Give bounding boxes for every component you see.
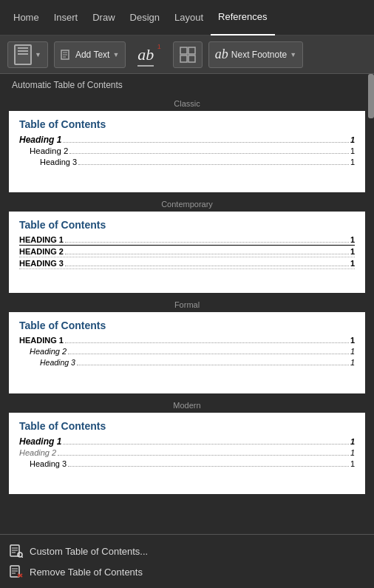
formal-h1-dots [65, 342, 349, 343]
modern-h3-row: Heading 3 1 [30, 459, 355, 469]
formal-h3-page: 1 [350, 358, 355, 367]
nav-draw[interactable]: Draw [85, 0, 122, 36]
contemporary-h2-row: HEADING 2 1 [19, 247, 355, 257]
modern-toc-title: Table of Contents [19, 420, 355, 432]
formal-h2-row: Heading 2 1 [30, 347, 355, 356]
formal-h1-page: 1 [350, 336, 355, 345]
formal-h2-text: Heading 2 [30, 347, 67, 356]
remove-toc-label: Remove Table of Contents [30, 567, 143, 578]
modern-h1-row: Heading 1 1 [19, 436, 355, 447]
ab-badge: 1 [157, 43, 161, 50]
modern-card[interactable]: Table of Contents Heading 1 1 Heading 2 … [9, 413, 365, 494]
modern-h3-text: Heading 3 [30, 459, 67, 468]
toolbar: ▼ Add Text ▼ ab 1 ab Next Footnote ▼ [0, 36, 374, 74]
classic-h2-text: Heading 2 [30, 146, 68, 155]
formal-h2-page: 1 [350, 347, 355, 356]
formal-h3-row: Heading 3 1 [40, 358, 355, 368]
modern-h2-dots [58, 455, 349, 456]
nav-insert[interactable]: Insert [47, 0, 86, 36]
modern-h2-page: 1 [350, 448, 355, 457]
panel-title: Automatic Table of Contents [0, 74, 374, 95]
contemporary-h1-dots [65, 242, 349, 243]
formal-toc-title: Table of Contents [19, 320, 355, 331]
classic-h1-row: Heading 1 1 [19, 135, 355, 145]
contemporary-h2-page: 1 [350, 247, 355, 256]
add-text-icon [61, 49, 72, 61]
doc-dropdown-button[interactable]: ▼ [7, 41, 48, 68]
doc-icon [14, 44, 32, 65]
next-footnote-chevron-icon: ▼ [290, 51, 296, 58]
classic-label: Classic [0, 95, 374, 111]
next-footnote-button[interactable]: ab Next Footnote ▼ [208, 41, 303, 68]
classic-card[interactable]: Table of Contents Heading 1 1 Heading 2 … [9, 111, 365, 192]
classic-toc-title: Table of Contents [19, 118, 355, 130]
contemporary-h2-dots [65, 254, 349, 254]
svg-rect-6 [180, 55, 187, 62]
classic-h2-row: Heading 2 1 [30, 146, 355, 156]
modern-h2-row: Heading 2 1 [19, 448, 355, 458]
modern-h1-dots [63, 444, 349, 445]
contemporary-h3-page: 1 [350, 259, 355, 268]
ab-sample: ab 1 [132, 45, 166, 64]
contemporary-h1-page: 1 [350, 235, 355, 244]
footnote-ab-text: ab [215, 47, 228, 62]
remove-toc-action[interactable]: Remove Table of Contents [9, 561, 365, 582]
svg-rect-7 [188, 55, 195, 62]
classic-h1-dots [63, 142, 349, 143]
classic-h3-text: Heading 3 [40, 158, 77, 166]
modern-label: Modern [0, 396, 374, 413]
classic-h3-dots [78, 164, 349, 165]
modern-h3-dots [68, 466, 349, 467]
formal-h1-text: HEADING 1 [19, 336, 64, 345]
classic-h2-page: 1 [350, 146, 355, 155]
contemporary-card[interactable]: Table of Contents HEADING 1 1 HEADING 2 … [9, 212, 365, 293]
formal-h3-dots [77, 365, 349, 365]
modern-h2-text: Heading 2 [19, 448, 56, 457]
contemporary-toc-title: Table of Contents [19, 219, 355, 231]
add-text-chevron-icon: ▼ [112, 51, 119, 58]
classic-h2-dots [69, 153, 348, 154]
remove-toc-icon [9, 564, 24, 579]
contemporary-h1-row: HEADING 1 1 [19, 235, 355, 246]
ab-text: ab [137, 45, 154, 67]
classic-h3-page: 1 [350, 158, 355, 166]
classic-h3-row: Heading 3 1 [40, 158, 355, 167]
doc-chevron-icon: ▼ [35, 51, 41, 58]
custom-toc-label: Custom Table of Contents... [30, 546, 148, 557]
formal-h3-text: Heading 3 [40, 358, 75, 367]
contemporary-label: Contemporary [0, 195, 374, 212]
custom-toc-icon [9, 544, 24, 558]
svg-line-13 [21, 556, 23, 558]
svg-point-12 [18, 552, 22, 557]
contemporary-h2-text: HEADING 2 [19, 247, 64, 256]
formal-h2-dots [68, 354, 349, 354]
contemporary-h3-row: HEADING 3 1 [19, 259, 355, 269]
nav-home[interactable]: Home [6, 0, 47, 36]
modern-h1-page: 1 [350, 437, 355, 446]
formal-label: Formal [0, 296, 374, 312]
add-text-label: Add Text [75, 50, 109, 60]
nav-design[interactable]: Design [123, 0, 167, 36]
classic-h1-text: Heading 1 [19, 135, 61, 145]
next-footnote-label: Next Footnote [231, 50, 287, 60]
nav-layout[interactable]: Layout [167, 0, 211, 36]
scrollbar[interactable] [368, 74, 374, 118]
layout-button[interactable] [173, 41, 203, 68]
nav-references[interactable]: References [211, 0, 274, 36]
modern-h1-text: Heading 1 [19, 436, 61, 447]
nav-bar: Home Insert Draw Design Layout Reference… [0, 0, 374, 36]
contemporary-h3-text: HEADING 3 [19, 259, 64, 268]
contemporary-h1-text: HEADING 1 [19, 235, 64, 244]
classic-h1-page: 1 [350, 135, 355, 144]
custom-toc-action[interactable]: Custom Table of Contents... [9, 541, 365, 561]
modern-h3-page: 1 [350, 459, 355, 468]
toc-dropdown-panel: Automatic Table of Contents Classic Tabl… [0, 74, 374, 588]
svg-rect-4 [180, 47, 187, 54]
add-text-button[interactable]: Add Text ▼ [54, 41, 126, 68]
contemporary-h3-dots [65, 266, 349, 266]
formal-h1-row: HEADING 1 1 [19, 336, 355, 345]
svg-rect-5 [188, 47, 195, 54]
bottom-actions: Custom Table of Contents... Remove Table… [0, 534, 374, 588]
formal-card[interactable]: Table of Contents HEADING 1 1 Heading 2 … [9, 312, 365, 393]
layout-icon [180, 47, 196, 63]
